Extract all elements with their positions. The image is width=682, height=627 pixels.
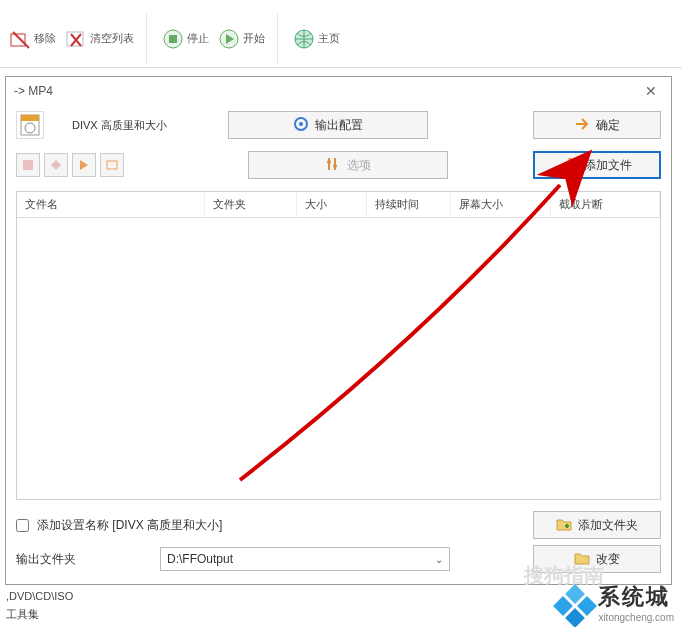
close-button[interactable]: ✕ [639,79,663,103]
output-config-label: 输出配置 [315,117,363,134]
close-icon: ✕ [645,83,657,99]
gear-icon [293,116,309,135]
side-line-1: ,DVD\CD\ISO [6,587,73,605]
svg-point-10 [299,122,303,126]
stop-icon [161,27,185,51]
convert-dialog: -> MP4 ✕ DIVX 高质里和大小 输出配置 确定 [5,76,672,585]
add-file-button[interactable]: 添加文件 [533,151,661,179]
col-filename[interactable]: 文件名 [17,192,205,217]
output-folder-select[interactable]: D:\FFOutput ⌄ [160,547,450,571]
watermark-logo-icon [558,589,592,623]
col-clip[interactable]: 截取片断 [551,192,660,217]
side-category-labels: ,DVD\CD\ISO 工具集 [6,587,73,623]
svg-rect-12 [107,161,117,169]
home-button[interactable]: 主页 [288,23,344,55]
clear-list-button[interactable]: 清空列表 [60,23,138,55]
clear-label: 清空列表 [90,31,134,46]
home-label: 主页 [318,31,340,46]
col-duration[interactable]: 持续时间 [367,192,451,217]
col-size[interactable]: 大小 [297,192,367,217]
stop-button[interactable]: 停止 [157,23,213,55]
clear-icon [64,27,88,51]
remove-icon [8,27,32,51]
file-table: 文件名 文件夹 大小 持续时间 屏幕大小 截取片断 [16,191,661,500]
profile-file-icon [16,111,44,139]
options-button[interactable]: 选项 [248,151,448,179]
mini-btn-2[interactable] [44,153,68,177]
output-folder-value: D:\FFOutput [167,552,233,566]
watermark-url: xitongcheng.com [598,612,674,623]
add-folder-label: 添加文件夹 [578,517,638,534]
play-icon [217,27,241,51]
options-icon [325,156,341,175]
start-label: 开始 [243,31,265,46]
folder-icon [574,550,590,569]
chevron-down-icon: ⌄ [435,554,443,565]
globe-icon [292,27,316,51]
add-setting-label: 添加设置名称 [DIVX 高质里和大小] [37,517,222,534]
folder-plus-icon [556,516,572,535]
confirm-button[interactable]: 确定 [533,111,661,139]
change-folder-button[interactable]: 改变 [533,545,661,573]
col-screen[interactable]: 屏幕大小 [451,192,551,217]
svg-rect-3 [169,35,177,43]
mini-btn-3[interactable] [72,153,96,177]
start-button[interactable]: 开始 [213,23,269,55]
svg-point-14 [333,164,337,168]
add-folder-button[interactable]: 添加文件夹 [533,511,661,539]
output-folder-label: 输出文件夹 [16,551,86,568]
table-header: 文件名 文件夹 大小 持续时间 屏幕大小 截取片断 [17,192,660,218]
add-file-label: 添加文件 [584,157,632,174]
svg-rect-7 [21,115,39,121]
svg-point-13 [327,160,331,164]
output-config-button[interactable]: 输出配置 [228,111,428,139]
table-body[interactable] [17,218,660,499]
watermark: 搜狗指南 系统城 xitongcheng.com [558,582,674,623]
watermark-brand: 系统城 [598,582,670,612]
profile-label: DIVX 高质里和大小 [72,118,202,133]
svg-rect-11 [23,160,33,170]
remove-button[interactable]: 移除 [4,23,60,55]
remove-label: 移除 [34,31,56,46]
options-label: 选项 [347,157,371,174]
side-line-2: 工具集 [6,605,73,623]
add-setting-checkbox[interactable] [16,519,29,532]
mini-btn-1[interactable] [16,153,40,177]
change-label: 改变 [596,551,620,568]
dialog-title: -> MP4 [14,84,53,98]
confirm-label: 确定 [596,117,620,134]
mini-btn-4[interactable] [100,153,124,177]
stop-label: 停止 [187,31,209,46]
col-folder[interactable]: 文件夹 [205,192,297,217]
plus-icon [562,156,578,175]
arrow-right-icon [574,116,590,135]
